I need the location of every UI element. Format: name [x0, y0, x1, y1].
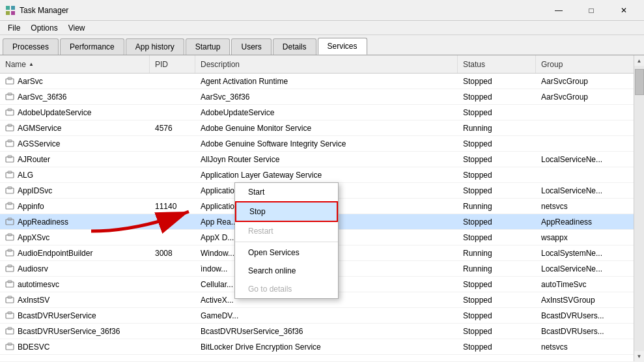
cell-pid — [150, 261, 195, 276]
cell-pid — [150, 324, 195, 339]
cell-status: Stopped — [458, 292, 536, 307]
cell-description: Adobe Genuine Monitor Service — [195, 120, 458, 135]
table-row[interactable]: ALG Application Layer Gateway Service St… — [0, 167, 634, 183]
table-row[interactable]: BcastDVRUserService_36f36 BcastDVRUserSe… — [0, 324, 634, 339]
cell-name: ALG — [0, 167, 150, 182]
cell-pid — [150, 277, 195, 292]
maximize-button[interactable]: □ — [576, 0, 606, 21]
cell-description: BitLocker Drive Encryption Service — [195, 339, 458, 354]
menu-bar: File Options View — [0, 21, 644, 35]
cell-status: Stopped — [458, 324, 536, 339]
cell-status: Running — [458, 261, 536, 276]
menu-options[interactable]: Options — [25, 22, 63, 34]
cell-name: AGMService — [0, 120, 150, 135]
cell-group: LocalSystemNe... — [536, 245, 634, 260]
cell-status: Stopped — [458, 89, 536, 104]
cell-pid — [150, 230, 195, 245]
cell-status: Stopped — [458, 230, 536, 245]
cell-status: Stopped — [458, 277, 536, 292]
tab-services[interactable]: Services — [318, 38, 367, 55]
cell-name: AJRouter — [0, 152, 150, 167]
tab-startup[interactable]: Startup — [186, 38, 231, 55]
svg-rect-0 — [6, 6, 10, 10]
table-row[interactable]: AarSvc_36f36 AarSvc_36f36 Stopped AarSvc… — [0, 89, 634, 105]
cell-group: netsvcs — [536, 199, 634, 214]
title-bar: Task Manager — □ ✕ — [0, 0, 644, 21]
scroll-track[interactable] — [634, 66, 644, 351]
tab-performance[interactable]: Performance — [60, 38, 124, 55]
tab-users[interactable]: Users — [231, 38, 271, 55]
service-icon — [5, 280, 14, 289]
cell-pid — [150, 339, 195, 354]
cell-status: Stopped — [458, 152, 536, 167]
cell-group: AppReadiness — [536, 214, 634, 229]
menu-view[interactable]: View — [63, 22, 91, 34]
cell-pid: 11140 — [150, 199, 195, 214]
context-menu: Start Stop Restart Open Services Search … — [234, 182, 339, 299]
cell-group: BcastDVRUsers... — [536, 308, 634, 323]
cell-group: LocalServiceNe... — [536, 152, 634, 167]
cell-description: AllJoyn Router Service — [195, 152, 458, 167]
window-title: Task Manager — [20, 6, 544, 15]
minimize-button[interactable]: — — [544, 0, 574, 21]
cell-name: AdobeUpdateService — [0, 105, 150, 120]
scroll-up-arrow[interactable]: ▲ — [634, 55, 645, 66]
context-menu-go-to-details[interactable]: Go to details — [235, 280, 338, 298]
cell-group: LocalServiceNe... — [536, 183, 634, 198]
cell-name: AudioEndpointBuilder — [0, 245, 150, 260]
service-icon — [5, 92, 14, 102]
main-content: Name ▲ PID Description Status Group AarS… — [0, 55, 644, 361]
table-row[interactable]: BcastDVRUserService GameDV... Stopped Bc… — [0, 308, 634, 324]
scrollbar[interactable]: ▲ ▼ — [634, 55, 644, 361]
service-icon — [5, 155, 14, 164]
col-description[interactable]: Description — [195, 55, 458, 73]
cell-status: Stopped — [458, 105, 536, 120]
col-status[interactable]: Status — [458, 55, 536, 73]
table-row[interactable]: AJRouter AllJoyn Router Service Stopped … — [0, 152, 634, 167]
table-row[interactable]: AGMService 4576 Adobe Genuine Monitor Se… — [0, 120, 634, 136]
cell-status: Running — [458, 245, 536, 260]
cell-description: Adobe Genuine Software Integrity Service — [195, 136, 458, 151]
service-icon — [5, 139, 14, 148]
tab-details[interactable]: Details — [273, 38, 316, 55]
service-icon — [5, 77, 14, 86]
cell-description: Agent Activation Runtime — [195, 74, 458, 89]
context-menu-search-online[interactable]: Search online — [235, 262, 338, 280]
cell-pid — [150, 167, 195, 182]
cell-pid — [150, 105, 195, 120]
cell-group: autoTimeSvc — [536, 277, 634, 292]
cell-description: GameDV... — [195, 308, 458, 323]
tab-processes[interactable]: Processes — [3, 38, 59, 55]
table-row[interactable]: BDESVC BitLocker Drive Encryption Servic… — [0, 339, 634, 355]
scroll-thumb[interactable] — [635, 69, 644, 95]
cell-pid — [150, 183, 195, 198]
svg-rect-1 — [11, 6, 15, 10]
context-menu-start[interactable]: Start — [235, 183, 338, 201]
svg-rect-2 — [6, 11, 10, 15]
service-icon — [5, 233, 14, 242]
table-row[interactable]: AarSvc Agent Activation Runtime Stopped … — [0, 74, 634, 89]
service-icon — [5, 217, 14, 227]
tab-app-history[interactable]: App history — [126, 38, 184, 55]
cell-name: AppIDSvc — [0, 183, 150, 198]
scroll-down-arrow[interactable]: ▼ — [634, 351, 645, 361]
service-icon — [5, 186, 14, 195]
window-controls: — □ ✕ — [544, 0, 639, 21]
cell-name: BcastDVRUserService_36f36 — [0, 324, 150, 339]
col-pid[interactable]: PID — [150, 55, 195, 73]
close-button[interactable]: ✕ — [609, 0, 639, 21]
cell-group: AxInstSVGroup — [536, 292, 634, 307]
col-group[interactable]: Group — [536, 55, 634, 73]
cell-group: netsvcs — [536, 339, 634, 354]
cell-name: BcastDVRUserService — [0, 308, 150, 323]
menu-file[interactable]: File — [3, 22, 25, 34]
cell-group: AarSvcGroup — [536, 89, 634, 104]
cell-pid — [150, 292, 195, 307]
col-name[interactable]: Name ▲ — [0, 55, 150, 73]
table-row[interactable]: AGSService Adobe Genuine Software Integr… — [0, 136, 634, 152]
context-menu-open-services[interactable]: Open Services — [235, 244, 338, 262]
cell-group: LocalServiceNe... — [536, 261, 634, 276]
table-row[interactable]: AdobeUpdateService AdobeUpdateService St… — [0, 105, 634, 120]
cell-pid — [150, 308, 195, 323]
context-menu-stop[interactable]: Stop — [235, 201, 338, 222]
